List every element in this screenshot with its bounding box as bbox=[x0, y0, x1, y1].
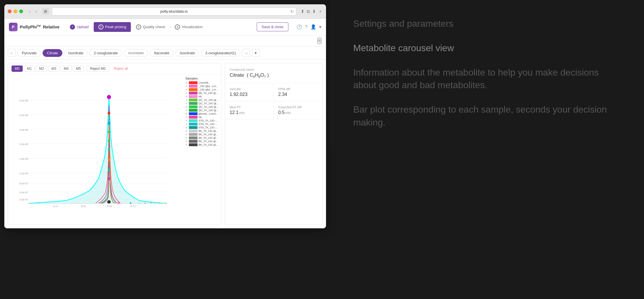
workflow-steps: ✓ Upload › 2 Peak picking › 3 Quality ch… bbox=[65, 22, 251, 32]
chart-area: 3.4e-08 2.4e-08 2.4e-08 2.0e-08 1.6e-08 … bbox=[8, 74, 221, 225]
step-upload[interactable]: ✓ Upload bbox=[65, 22, 93, 32]
url-text: polly.elucidata.io bbox=[160, 9, 188, 13]
step-peak-picking[interactable]: 2 Peak picking bbox=[94, 22, 131, 32]
traffic-light-maximize[interactable] bbox=[19, 9, 23, 13]
datapoint-bottom-1 bbox=[118, 202, 120, 204]
y-axis-label-3: 2.4e-08 bbox=[19, 128, 28, 131]
legend-item-18: ✓ BK_TA_13C-glucos bbox=[185, 140, 219, 143]
tab-nav-next[interactable]: → bbox=[242, 49, 250, 57]
legend-item-9: ✓ QC_TA_13C-glucose bbox=[185, 109, 219, 112]
save-close-button[interactable]: Save & close bbox=[257, 22, 288, 31]
tab-more-button[interactable]: ▾ bbox=[252, 49, 260, 57]
help-icon[interactable]: ? bbox=[305, 24, 308, 30]
top-nav: P PollyPhiTM Relative ✓ Upload › 2 Peak … bbox=[4, 19, 326, 35]
back-button[interactable]: ‹ bbox=[27, 8, 32, 15]
traffic-light-minimize[interactable] bbox=[14, 9, 17, 13]
expected-rt-cell: Expected RT diff 0.5min bbox=[274, 101, 322, 119]
legend-item-3: ✓ _13C-glu(...).mzXML bbox=[185, 88, 219, 91]
tab-switcher[interactable]: ⊞ bbox=[42, 8, 49, 15]
forward-button[interactable]: › bbox=[34, 8, 39, 15]
isotope-m1[interactable]: M1 bbox=[24, 65, 35, 72]
filter-button[interactable]: ≡ bbox=[317, 38, 321, 44]
legend-item-7: ✓ QC_TA_13C-glucose bbox=[185, 102, 219, 105]
datapoint-bottom-2 bbox=[130, 202, 131, 204]
legend-item-4: ✓ ple_TA_13C-glu(...) bbox=[185, 92, 219, 94]
legend-item-10: ✓ glucos(...).mzXML bbox=[185, 112, 219, 115]
legend-item-12: ✓ STD_TA_13C-gluco bbox=[185, 119, 219, 122]
tab-citrate[interactable]: Citrate bbox=[43, 49, 62, 57]
tab-2oxoglutarate-rt1[interactable]: 2-oxoglutarate(rt1) bbox=[201, 49, 240, 57]
step-number-4: 4 bbox=[175, 24, 180, 30]
med-rt-value: 12.1min bbox=[230, 110, 269, 115]
traffic-light-close[interactable] bbox=[8, 9, 12, 13]
tab-aconitate[interactable]: Aconitate bbox=[124, 49, 148, 57]
legend-item-11: ✓ ML bbox=[185, 116, 219, 119]
isotope-m4[interactable]: M4 bbox=[61, 65, 72, 72]
legend-item-8: ✓ QC_TA_13C-glucose bbox=[185, 105, 219, 108]
samples-legend: Samples ✓ ).mzXML ✓ _13C-glu(...).mzXML bbox=[185, 77, 219, 147]
isotope-m3[interactable]: M3 bbox=[48, 65, 60, 72]
step-visualization-label: Visualization bbox=[182, 25, 203, 29]
legend-item-6: ✓ QC_TA_13C-glucose bbox=[185, 99, 219, 101]
datapoint-green2 bbox=[108, 140, 110, 142]
share-button[interactable]: ⬆ bbox=[301, 9, 304, 14]
expected-rt-label: Expected RT diff bbox=[278, 105, 318, 109]
metabolite-tabs: ← Pyruvate Citrate Isocitrate 2-oxogluta… bbox=[4, 47, 326, 59]
y-axis-label-9: 2.0e-07 bbox=[19, 198, 28, 201]
isotope-m2[interactable]: M2 bbox=[36, 65, 47, 72]
menu-icon[interactable]: ▾ bbox=[319, 24, 321, 30]
profile-icon[interactable]: 👤 bbox=[310, 24, 316, 30]
sidebar-info-text: Information about the metabolite to help… bbox=[353, 66, 621, 92]
reject-m0-button[interactable]: Reject M0 bbox=[86, 65, 109, 72]
nav-buttons: ‹ › bbox=[27, 8, 39, 15]
x-axis-label-3: 9.61 bbox=[107, 205, 112, 208]
sidebar-settings-text: Settings and parameters bbox=[353, 17, 621, 30]
duplicate-button[interactable]: ⧉ bbox=[307, 9, 310, 14]
step-quality-check-label: Quality check bbox=[143, 25, 165, 29]
traffic-lights bbox=[8, 9, 23, 13]
med-rt-label: Med RT bbox=[230, 105, 269, 109]
browser-titlebar: ‹ › ⊞ polly.elucidata.io ↻ ⬆ ⧉ ⬇ ＋ bbox=[4, 4, 326, 19]
browser-actions: ⬆ ⧉ ⬇ ＋ bbox=[301, 9, 323, 14]
med-mz-cell: med Mz 1.92.023 bbox=[225, 83, 274, 101]
med-rt-cell: Med RT 12.1min bbox=[225, 101, 274, 119]
datapoint-teal1 bbox=[108, 148, 110, 151]
datapoint-top bbox=[107, 95, 111, 99]
metrics-grid: med Mz 1.92.023 PPM diff 2.34 Med RT 12.… bbox=[225, 83, 322, 119]
address-bar[interactable]: polly.elucidata.io ↻ bbox=[52, 7, 296, 16]
datapoint-orange bbox=[108, 159, 110, 161]
ppm-diff-value: 2.34 bbox=[278, 92, 318, 97]
x-axis-label-2: 9.51 bbox=[81, 205, 86, 208]
y-axis-label-4: 2.0e-08 bbox=[19, 143, 28, 146]
legend-item-15: ✓ BK_TA_13C-glucos bbox=[185, 130, 219, 132]
compound-name-value: Citrate ( C6H8O7 ) bbox=[230, 72, 318, 78]
tab-2oxoglutarate[interactable]: 2-oxoglutarate bbox=[89, 49, 122, 57]
datapoint-bottom-main bbox=[107, 200, 111, 204]
history-icon[interactable]: 🕐 bbox=[296, 24, 302, 30]
tab-isocitrate2[interactable]: Isocitrate bbox=[175, 49, 199, 57]
step-visualization[interactable]: 4 Visualization bbox=[170, 22, 207, 32]
reject-all-button[interactable]: Reject all bbox=[110, 66, 131, 72]
ppm-diff-label: PPM diff bbox=[278, 87, 318, 91]
content-area: M0 M1 M2 M3 M4 M5 Reject M0 Reject all 3… bbox=[4, 59, 326, 228]
download-button[interactable]: ⬇ bbox=[312, 9, 316, 14]
isotope-m0[interactable]: M0 bbox=[12, 65, 23, 72]
reload-button[interactable]: ↻ bbox=[290, 9, 294, 14]
info-panel: Compound name Citrate ( C6H8O7 ) med Mz … bbox=[225, 63, 323, 225]
tab-itaconate[interactable]: Itaconate bbox=[150, 49, 174, 57]
datapoint-red bbox=[108, 112, 110, 115]
datapoint-pink bbox=[108, 177, 110, 180]
tab-pyruvate[interactable]: Pyruvate bbox=[18, 49, 41, 57]
isotope-m5[interactable]: M5 bbox=[73, 65, 84, 72]
add-tab-button[interactable]: ＋ bbox=[318, 9, 323, 14]
med-mz-label: med Mz bbox=[230, 87, 269, 91]
tab-nav-prev[interactable]: ← bbox=[8, 49, 16, 57]
x-axis-label-1: 9.1? bbox=[53, 205, 58, 208]
nav-icons: 🕐 ? 👤 ▾ bbox=[296, 24, 321, 30]
compound-name-section: Compound name Citrate ( C6H8O7 ) bbox=[225, 63, 322, 83]
step-quality-check[interactable]: 3 Quality check bbox=[131, 22, 170, 32]
filter-bar: ≡ bbox=[4, 35, 326, 47]
tab-isocitrate1[interactable]: Isocitrate bbox=[64, 49, 88, 57]
datapoint-blue bbox=[108, 122, 110, 125]
y-axis-label-8: 4.0e-07 bbox=[19, 191, 28, 194]
